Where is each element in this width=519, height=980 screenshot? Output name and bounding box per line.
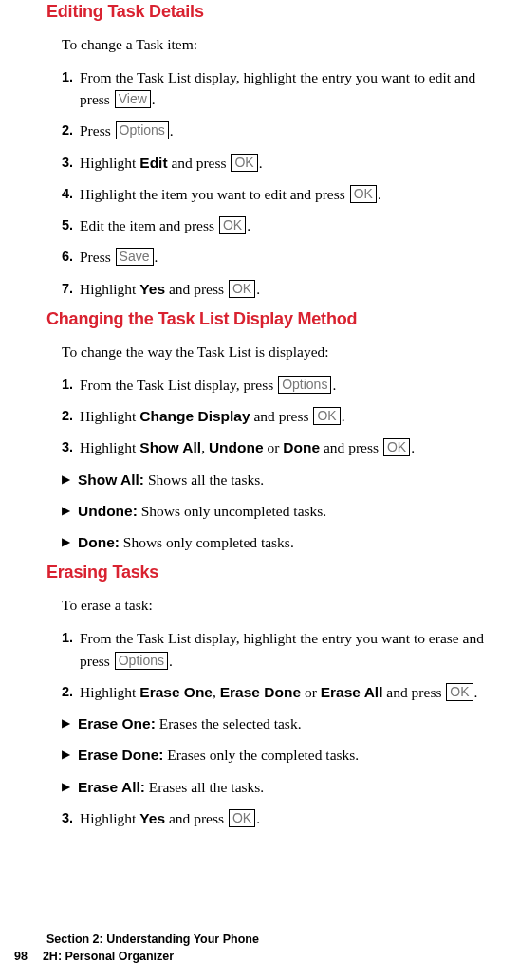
step-number: 4. [62,183,73,205]
footer-chapter: 2H: Personal Organizer [43,950,174,963]
footer-section-line: Section 2: Understanding Your Phone [46,931,492,948]
bold-label: Done: [78,534,120,550]
keycap: Options [116,121,169,139]
step-item: 3.Highlight Edit and press OK. [62,152,505,174]
keycap: OK [219,216,246,234]
bullet-item: ▶Erase Done: Erases only the completed t… [62,744,505,766]
bold-label: Undone [209,439,264,455]
triangle-marker-icon: ▶ [62,778,70,795]
step-number: 1. [62,627,73,649]
step-number: 3. [62,436,73,458]
step-item: 2.Press Options. [62,120,505,141]
step-number: 1. [62,374,73,396]
triangle-marker-icon: ▶ [62,471,70,488]
section-heading: Erasing Tasks [46,563,505,582]
step-item: 2.Highlight Erase One, Erase Done or Era… [62,681,505,703]
bullet-item: ▶Erase All: Erases all the tasks. [62,776,505,798]
step-number: 7. [62,278,73,300]
bold-label: Erase Done: [78,747,163,763]
footer-page-number: 98 [14,948,28,965]
bold-label: Erase All: [78,779,145,795]
section-heading: Editing Task Details [46,2,505,22]
footer-page-line: 982H: Personal Organizer [46,948,492,965]
bold-label: Yes [139,281,165,297]
document-page: Editing Task DetailsTo change a Task ite… [0,2,519,980]
bold-label: Done [283,439,320,455]
keycap: Options [278,376,331,394]
keycap: OK [383,438,410,456]
bullet-item: ▶Undone: Shows only uncompleted tasks. [62,500,505,522]
bold-label: Show All [139,439,201,455]
bold-label: Change Display [139,408,250,424]
bold-label: Erase One: [78,715,156,731]
step-number: 2. [62,681,73,703]
page-content: Editing Task DetailsTo change a Task ite… [46,2,505,829]
bullet-item: ▶Show All: Shows all the tasks. [62,469,505,490]
bold-label: Erase Done [220,684,301,700]
keycap: OK [350,185,377,203]
section-intro: To change a Task item: [62,35,505,55]
section-intro: To change the way the Task List is displ… [62,342,505,362]
step-item: 5.Edit the item and press OK. [62,214,505,236]
keycap: OK [229,809,255,827]
keycap: OK [313,407,340,425]
section-intro: To erase a task: [62,596,505,616]
step-number: 1. [62,66,73,88]
keycap: OK [229,280,255,298]
step-item: 2.Highlight Change Display and press OK. [62,405,505,427]
keycap: OK [231,154,257,172]
step-number: 2. [62,120,73,141]
triangle-marker-icon: ▶ [62,746,70,763]
step-item: 3.Highlight Show All, Undone or Done and… [62,436,505,458]
triangle-marker-icon: ▶ [62,502,70,519]
keycap: Options [115,652,168,670]
step-item: 1.From the Task List display, highlight … [62,627,505,672]
step-number: 2. [62,405,73,427]
step-number: 5. [62,214,73,236]
bullet-item: ▶Done: Shows only completed tasks. [62,531,505,553]
bold-label: Undone: [78,503,138,519]
page-footer: Section 2: Understanding Your Phone 982H… [46,931,492,965]
step-item: 1.From the Task List display, press Opti… [62,374,505,396]
step-number: 3. [62,807,73,829]
bold-label: Show All: [78,472,144,488]
keycap: Save [116,248,154,266]
keycap: View [115,90,151,108]
bold-label: Edit [139,155,167,171]
step-number: 3. [62,152,73,174]
bold-label: Erase One [139,684,213,700]
step-item: 1.From the Task List display, highlight … [62,66,505,111]
step-item: 7.Highlight Yes and press OK. [62,278,505,300]
step-item: 6.Press Save. [62,246,505,268]
keycap: OK [446,683,473,701]
step-item: 3.Highlight Yes and press OK. [62,807,505,829]
step-item: 4.Highlight the item you want to edit an… [62,183,505,205]
bullet-item: ▶Erase One: Erases the selected task. [62,712,505,734]
step-number: 6. [62,246,73,268]
triangle-marker-icon: ▶ [62,533,70,550]
bold-label: Yes [139,810,165,826]
bold-label: Erase All [321,684,383,700]
section-heading: Changing the Task List Display Method [46,309,505,329]
triangle-marker-icon: ▶ [62,714,70,731]
